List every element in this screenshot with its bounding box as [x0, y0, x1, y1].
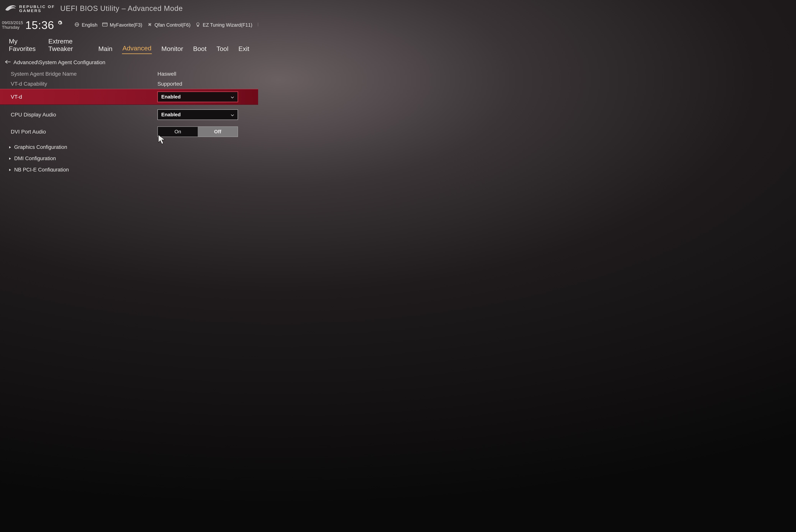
brand-line1: REPUBLIC OF	[19, 5, 55, 8]
breadcrumb[interactable]: Advanced\System Agent Configuration	[0, 55, 258, 69]
gear-icon[interactable]	[57, 20, 62, 26]
triangle-right-icon	[8, 144, 12, 150]
vtd-dropdown[interactable]: Enabled	[158, 92, 238, 102]
globe-icon	[74, 22, 80, 28]
svg-rect-3	[103, 23, 107, 26]
submenu-dmi[interactable]: DMI Configuration	[0, 153, 258, 164]
submenu-graphics[interactable]: Graphics Configuration	[0, 141, 258, 153]
info-bar: 09/03/2015 Thursday 15:36 English MyFavo…	[0, 15, 258, 35]
date-text: 09/03/2015	[2, 20, 23, 25]
language-button[interactable]: English	[72, 21, 100, 29]
bridge-label: System Agent Bridge Name	[11, 71, 158, 77]
vtd-label: VT-d	[11, 94, 158, 100]
quicknote-button[interactable]: Quick No	[255, 21, 258, 29]
submenu-nbpcie[interactable]: NB PCI-E Configuration	[0, 164, 258, 172]
header: REPUBLIC OF GAMERS UEFI BIOS Utility – A…	[0, 0, 258, 15]
fan-icon	[147, 22, 152, 28]
chevron-down-icon	[231, 112, 234, 118]
vtd-dropdown-value: Enabled	[161, 94, 181, 100]
bios-screen: REPUBLIC OF GAMERS UEFI BIOS Utility – A…	[0, 0, 258, 172]
vtd-cap-value: Supported	[158, 81, 247, 87]
day-text: Thursday	[2, 25, 23, 30]
tab-advanced[interactable]: Advanced	[122, 44, 152, 54]
note-icon	[257, 22, 258, 28]
tab-main[interactable]: Main	[98, 44, 113, 54]
settings-panel: System Agent Bridge Name Haswell VT-d Ca…	[0, 69, 258, 172]
dvi-label: DVI Port Audio	[11, 129, 158, 135]
row-dvi-port-audio[interactable]: DVI Port Audio On Off	[0, 125, 258, 139]
row-bridge-name: System Agent Bridge Name Haswell	[0, 69, 258, 79]
eztuning-button[interactable]: EZ Tuning Wizard(F11)	[193, 21, 254, 29]
bulb-icon	[195, 22, 201, 28]
tab-monitor[interactable]: Monitor	[161, 44, 183, 54]
triangle-right-icon	[8, 167, 12, 172]
back-arrow-icon[interactable]	[5, 59, 11, 65]
qfan-button[interactable]: Qfan Control(F6)	[145, 21, 193, 29]
dvi-toggle[interactable]: On Off	[158, 127, 238, 137]
row-vtd[interactable]: VT-d Enabled	[0, 89, 258, 105]
cpu-disp-dropdown-value: Enabled	[161, 112, 181, 118]
row-cpu-display-audio[interactable]: CPU Display Audio Enabled	[0, 108, 258, 122]
vtd-cap-label: VT-d Capability	[11, 81, 158, 87]
window-icon	[102, 22, 108, 28]
tab-exit[interactable]: Exit	[238, 44, 250, 54]
tab-favorites[interactable]: My Favorites	[8, 37, 39, 54]
row-vtd-capability: VT-d Capability Supported	[0, 79, 258, 89]
tab-boot[interactable]: Boot	[193, 44, 207, 54]
dvi-toggle-off[interactable]: Off	[198, 127, 238, 137]
chevron-down-icon	[231, 94, 234, 100]
tab-bar: My Favorites Extreme Tweaker Main Advanc…	[0, 35, 258, 55]
page-title: UEFI BIOS Utility – Advanced Mode	[60, 4, 183, 13]
datetime-block: 09/03/2015 Thursday 15:36	[2, 19, 67, 32]
triangle-right-icon	[8, 155, 12, 162]
time-text: 15:36	[25, 19, 54, 32]
cpu-disp-dropdown[interactable]: Enabled	[158, 109, 238, 120]
breadcrumb-text: Advanced\System Agent Configuration	[14, 59, 105, 65]
rog-eye-icon	[5, 4, 17, 13]
myfavorite-button[interactable]: MyFavorite(F3)	[100, 21, 144, 29]
rog-logo: REPUBLIC OF GAMERS	[5, 4, 55, 13]
mouse-cursor-icon	[157, 134, 166, 146]
bridge-value: Haswell	[158, 71, 247, 77]
tab-tool[interactable]: Tool	[216, 44, 229, 54]
cpu-disp-label: CPU Display Audio	[11, 112, 158, 118]
tab-tweaker[interactable]: Extreme Tweaker	[48, 37, 89, 54]
brand-line2: GAMERS	[19, 8, 55, 13]
